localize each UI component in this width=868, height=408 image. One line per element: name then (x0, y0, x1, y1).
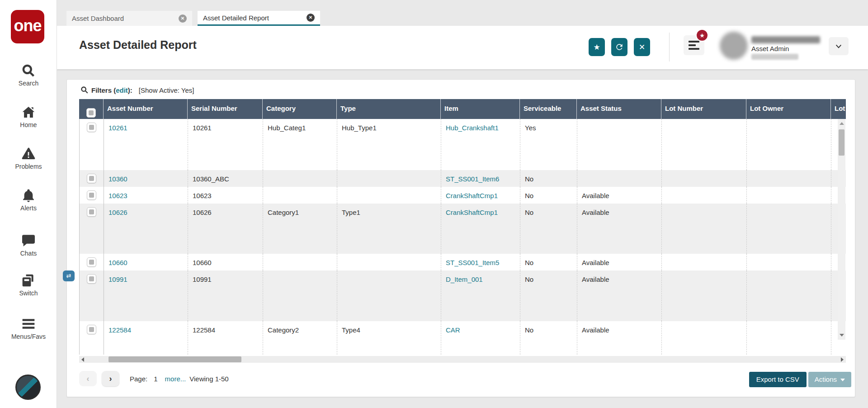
close-report-button[interactable]: ✕ (634, 38, 650, 56)
cell-category: Hub_Categ1 (263, 119, 337, 170)
switch-icon: ⇄ (21, 273, 36, 288)
column-header-asset-number[interactable]: Asset Number (104, 99, 188, 119)
cell-type (337, 254, 441, 270)
filters-edit-link[interactable]: edit (116, 86, 128, 94)
cell-asset-status: Available (577, 254, 662, 270)
cell-text: No (525, 259, 533, 266)
column-header-lot-number[interactable]: Lot Number (661, 99, 746, 119)
notification-badge[interactable]: ★ (696, 29, 708, 42)
row-checkbox[interactable] (80, 321, 104, 355)
close-tab-icon[interactable]: ✕ (307, 14, 315, 22)
vertical-scrollbar-thumb[interactable] (839, 129, 844, 156)
column-header-lot[interactable]: Lot (831, 99, 846, 119)
row-checkbox[interactable] (80, 204, 104, 254)
cell-text: Available (582, 326, 609, 334)
vertical-scrollbar[interactable] (838, 119, 845, 340)
cell-lot-owner (747, 270, 831, 321)
cell-serial-number: 10261 (188, 119, 263, 170)
cell-item: ST_SS001_Item6 (441, 170, 520, 187)
select-all-checkbox[interactable] (79, 99, 104, 119)
cell-lot-number (662, 119, 747, 170)
warning-icon (21, 147, 36, 161)
column-header-category[interactable]: Category (263, 99, 337, 119)
column-header-lot-owner[interactable]: Lot Owner (746, 99, 831, 119)
cell-item: CrankShaftCmp1 (441, 187, 520, 204)
row-checkbox[interactable] (80, 119, 104, 170)
row-checkbox[interactable] (80, 187, 104, 204)
user-avatar[interactable] (15, 375, 41, 400)
tab-asset-detailed-report[interactable]: Asset Detailed Report ✕ (198, 11, 320, 26)
tab-asset-dashboard[interactable]: Asset Dashboard ✕ (66, 11, 192, 26)
cell-lot-number (662, 321, 747, 355)
cell-asset-number: 10360 (104, 170, 188, 187)
horizontal-scrollbar[interactable] (79, 356, 846, 363)
cell-link-item[interactable]: ST_SS001_Item6 (446, 175, 499, 183)
active-filter-value: [Show Active: Yes] (139, 86, 194, 94)
column-header-type[interactable]: Type (337, 99, 441, 119)
user-menu-button[interactable] (829, 37, 849, 55)
page-number[interactable]: 1 (154, 375, 157, 383)
sidebar-item-menus-favs[interactable]: Menus/Favs (0, 317, 57, 341)
cell-item: CrankShaftCmp1 (441, 204, 520, 254)
column-header-asset-status[interactable]: Asset Status (577, 99, 661, 119)
sidebar-item-label: Problems (15, 163, 42, 170)
next-page-button[interactable]: › (102, 371, 119, 386)
sidebar-item-home[interactable]: Home (0, 105, 57, 129)
cell-link-asset-number[interactable]: 10660 (108, 259, 127, 266)
table-row: 1099110991D_Item_001NoAvailable (80, 270, 846, 321)
caret-down-icon (840, 379, 845, 381)
scroll-down-icon[interactable] (840, 334, 844, 337)
horizontal-scrollbar-thumb[interactable] (108, 356, 241, 362)
cell-item: CAR (441, 321, 520, 355)
cell-link-item[interactable]: Hub_Crankshaft1 (446, 124, 499, 132)
row-checkbox[interactable] (80, 170, 104, 187)
previous-page-button[interactable]: ‹ (79, 371, 97, 386)
column-header-serial-number[interactable]: Serial Number (188, 99, 263, 119)
cell-link-asset-number[interactable]: 10261 (108, 124, 127, 132)
favorite-button[interactable]: ★ (589, 38, 605, 56)
cell-link-item[interactable]: CrankShaftCmp1 (446, 209, 498, 216)
cell-link-item[interactable]: ST_SS001_Item5 (446, 259, 499, 266)
cell-lot-number (662, 187, 747, 204)
scroll-up-icon[interactable] (840, 122, 844, 125)
column-header-serviceable[interactable]: Serviceable (520, 99, 577, 119)
sidebar-item-alerts[interactable]: Alerts (0, 188, 57, 212)
cell-link-asset-number[interactable]: 10623 (108, 192, 127, 199)
column-header-item[interactable]: Item (441, 99, 520, 119)
sidebar-item-chats[interactable]: Chats (0, 233, 57, 257)
cell-link-asset-number[interactable]: 10360 (108, 175, 127, 183)
cell-link-item[interactable]: CAR (446, 326, 460, 334)
close-tab-icon[interactable]: ✕ (179, 14, 187, 23)
sidebar-item-problems[interactable]: Problems (0, 147, 57, 171)
cell-link-item[interactable]: D_Item_001 (446, 275, 483, 283)
actions-button[interactable]: Actions (808, 372, 851, 387)
cell-link-asset-number[interactable]: 122584 (108, 326, 131, 334)
swap-arrows-icon[interactable]: ⇄ (63, 270, 75, 281)
more-pages-link[interactable]: more... (165, 375, 186, 383)
cell-lot-owner (747, 170, 831, 187)
cell-asset-status: Available (577, 204, 662, 254)
cell-text: No (525, 175, 533, 183)
cell-text: Category1 (268, 209, 299, 216)
row-checkbox[interactable] (80, 270, 104, 321)
sidebar-item-switch[interactable]: ⇄ Switch (0, 273, 57, 297)
cell-text: Available (582, 259, 609, 266)
sidebar-item-label: Menus/Favs (11, 333, 46, 340)
user-photo-blurred[interactable] (720, 32, 748, 60)
refresh-button[interactable] (611, 38, 627, 56)
divider (669, 33, 670, 62)
export-to-csv-button[interactable]: Export to CSV (749, 372, 807, 387)
sidebar-item-search[interactable]: Search (0, 63, 57, 87)
cell-link-asset-number[interactable]: 10991 (108, 275, 127, 283)
table-row: 1026110261Hub_Categ1Hub_Type1Hub_Cranksh… (80, 119, 846, 170)
user-org-blurred (751, 54, 798, 60)
cell-text: Category2 (268, 326, 299, 334)
row-checkbox[interactable] (80, 254, 104, 270)
one-network-logo[interactable]: one (11, 10, 44, 43)
cell-link-item[interactable]: CrankShaftCmp1 (446, 192, 498, 199)
cell-link-asset-number[interactable]: 10626 (108, 209, 127, 216)
cell-serial-number: 122584 (188, 321, 263, 355)
scroll-left-icon[interactable] (81, 357, 84, 362)
scroll-right-icon[interactable] (841, 357, 844, 362)
chat-icon (21, 233, 36, 248)
